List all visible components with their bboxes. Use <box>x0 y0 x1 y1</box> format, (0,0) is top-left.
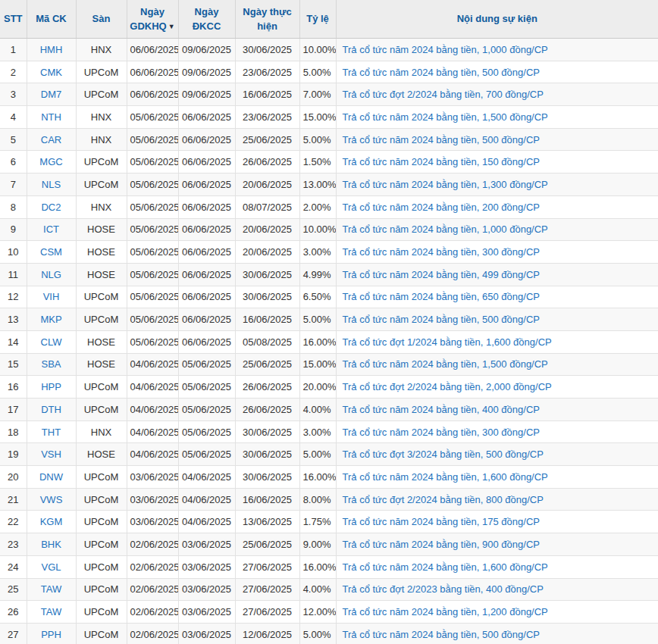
ratio-cell: 2.00% <box>299 195 336 218</box>
event-link[interactable]: Trả cổ tức đợt 2/2024 bằng tiền, 800 đồn… <box>343 494 544 505</box>
event-link[interactable]: Trả cổ tức năm 2024 bằng tiền, 1,600 đồn… <box>343 471 548 483</box>
execution-date-cell: 05/08/2025 <box>235 330 299 353</box>
stt-cell: 4 <box>0 106 27 129</box>
event-link[interactable]: Trả cổ tức năm 2024 bằng tiền, 1,000 đồn… <box>343 224 548 235</box>
event-link-cell: Trả cổ tức năm 2024 bằng tiền, 500 đồng/… <box>336 623 658 644</box>
ticker-link[interactable]: TAW <box>41 583 61 595</box>
event-link[interactable]: Trả cổ tức đợt 2/2023 bằng tiền, 400 đồn… <box>343 583 544 595</box>
column-header-noi_dung[interactable]: Nội dung sự kiện <box>336 0 658 39</box>
event-link[interactable]: Trả cổ tức năm 2024 bằng tiền, 1,000 đồn… <box>343 44 548 55</box>
exchange-cell: UPCoM <box>76 61 127 83</box>
ticker-link[interactable]: ICT <box>43 224 59 235</box>
event-link-cell: Trả cổ tức năm 2024 bằng tiền, 1,500 đồn… <box>336 353 658 376</box>
ex-date-cell: 05/06/2025 <box>127 308 178 331</box>
ratio-cell: 13.00% <box>299 174 336 196</box>
ticker-link[interactable]: CAR <box>41 134 61 145</box>
exchange-cell: UPCoM <box>76 174 127 196</box>
ratio-cell: 5.00% <box>299 443 336 466</box>
event-link[interactable]: Trả cổ tức năm 2024 bằng tiền, 175 đồng/… <box>343 516 540 527</box>
ex-date-cell: 03/06/2025 <box>127 511 178 533</box>
stt-cell: 27 <box>0 623 27 644</box>
event-link-cell: Trả cổ tức năm 2024 bằng tiền, 300 đồng/… <box>336 241 658 264</box>
event-link[interactable]: Trả cổ tức năm 2024 bằng tiền, 300 đồng/… <box>343 246 540 258</box>
record-date-cell: 04/06/2025 <box>178 511 235 533</box>
table-row: 4NTHHNX05/06/202506/06/202523/06/202515.… <box>0 106 658 129</box>
event-link[interactable]: Trả cổ tức năm 2024 bằng tiền, 300 đồng/… <box>343 427 540 438</box>
exchange-cell: UPCoM <box>76 83 127 106</box>
table-row: 7NLSUPCoM05/06/202506/06/202520/06/20251… <box>0 174 658 196</box>
stt-cell: 5 <box>0 128 27 151</box>
ticker-link[interactable]: MKP <box>40 314 61 325</box>
column-header-label: Sàn <box>92 13 111 24</box>
ticker-link[interactable]: DC2 <box>41 202 61 213</box>
ticker-link[interactable]: NTH <box>41 111 61 123</box>
column-header-ma_ck[interactable]: Mã CK <box>27 0 76 39</box>
ticker-link[interactable]: NLG <box>41 269 61 280</box>
record-date-cell: 06/06/2025 <box>178 151 235 174</box>
ticker-link[interactable]: DNW <box>39 471 63 483</box>
event-link-cell: Trả cổ tức năm 2024 bằng tiền, 200 đồng/… <box>336 195 658 218</box>
ticker-link[interactable]: HPP <box>41 381 61 392</box>
event-link[interactable]: Trả cổ tức năm 2024 bằng tiền, 500 đồng/… <box>343 134 540 145</box>
event-link[interactable]: Trả cổ tức năm 2024 bằng tiền, 200 đồng/… <box>343 202 540 213</box>
table-row: 9ICTHOSE05/06/202506/06/202520/06/202510… <box>0 218 658 241</box>
ticker-link[interactable]: MGC <box>39 156 62 167</box>
ticker-link[interactable]: VSH <box>41 449 61 460</box>
event-link[interactable]: Trả cổ tức năm 2024 bằng tiền, 150 đồng/… <box>343 156 540 167</box>
table-row: 19VSHHOSE04/06/202505/06/202530/06/20255… <box>0 443 658 466</box>
event-link[interactable]: Trả cổ tức năm 2024 bằng tiền, 1,600 đồn… <box>343 561 548 573</box>
event-link-cell: Trả cổ tức đợt 2/2024 bằng tiền, 700 đồn… <box>336 83 658 106</box>
ticker-link[interactable]: CSM <box>40 246 62 258</box>
ratio-cell: 3.00% <box>299 241 336 264</box>
exchange-cell: UPCoM <box>76 623 127 644</box>
ticker-link[interactable]: VWS <box>40 494 63 505</box>
event-link[interactable]: Trả cổ tức đợt 2/2024 bằng tiền, 700 đồn… <box>343 89 544 100</box>
execution-date-cell: 30/06/2025 <box>235 39 299 61</box>
column-header-ngay_thuc_hien[interactable]: Ngày thực hiện <box>235 0 299 39</box>
ticker-link[interactable]: PPH <box>41 629 61 640</box>
ticker-link[interactable]: CMK <box>40 67 62 78</box>
ticker-link-cell: VGL <box>27 555 76 578</box>
ticker-link[interactable]: DM7 <box>41 89 61 100</box>
event-link[interactable]: Trả cổ tức năm 2024 bằng tiền, 1,200 đồn… <box>343 606 548 617</box>
ticker-link[interactable]: SBA <box>41 358 61 370</box>
event-link[interactable]: Trả cổ tức đợt 1/2024 bằng tiền, 1,600 đ… <box>343 336 552 348</box>
table-row: 11NLGHOSE05/06/202506/06/202530/06/20254… <box>0 263 658 286</box>
ticker-link[interactable]: CLW <box>41 336 62 348</box>
event-link[interactable]: Trả cổ tức năm 2024 bằng tiền, 1,500 đồn… <box>343 111 548 123</box>
stt-cell: 2 <box>0 61 27 83</box>
table-row: 3DM7UPCoM06/06/202509/06/202516/06/20257… <box>0 83 658 106</box>
ticker-link[interactable]: DTH <box>41 404 61 415</box>
ticker-link[interactable]: TAW <box>41 606 61 617</box>
event-link[interactable]: Trả cổ tức năm 2024 bằng tiền, 500 đồng/… <box>343 67 540 78</box>
ticker-link-cell: NLG <box>27 263 76 286</box>
ticker-link[interactable]: NLS <box>42 179 61 190</box>
event-link-cell: Trả cổ tức đợt 1/2024 bằng tiền, 1,600 đ… <box>336 330 658 353</box>
event-link[interactable]: Trả cổ tức năm 2024 bằng tiền, 499 đồng/… <box>343 269 540 280</box>
event-link[interactable]: Trả cổ tức đợt 3/2024 bằng tiền, 500 đồn… <box>343 449 544 460</box>
record-date-cell: 06/06/2025 <box>178 218 235 241</box>
event-link[interactable]: Trả cổ tức đợt 2/2024 bằng tiền, 2,000 đ… <box>343 381 552 392</box>
column-header-san[interactable]: Sàn <box>76 0 127 39</box>
event-link[interactable]: Trả cổ tức năm 2024 bằng tiền, 900 đồng/… <box>343 539 540 550</box>
stt-cell: 7 <box>0 174 27 196</box>
column-header-ty_le[interactable]: Tỷ lệ <box>299 0 336 39</box>
event-link[interactable]: Trả cổ tức năm 2024 bằng tiền, 1,300 đồn… <box>343 179 548 190</box>
ticker-link[interactable]: VIH <box>43 291 60 302</box>
event-link-cell: Trả cổ tức năm 2024 bằng tiền, 1,600 đồn… <box>336 466 658 489</box>
ticker-link[interactable]: THT <box>42 427 61 438</box>
column-header-stt[interactable]: STT <box>0 0 27 39</box>
event-link[interactable]: Trả cổ tức năm 2024 bằng tiền, 500 đồng/… <box>343 629 540 640</box>
column-header-ngay_dkcc[interactable]: Ngày ĐKCC <box>178 0 235 39</box>
column-header-ngay_gdkhq[interactable]: Ngày GDKHQ▼ <box>127 0 178 39</box>
event-link[interactable]: Trả cổ tức năm 2024 bằng tiền, 1,500 đồn… <box>343 358 548 370</box>
event-link[interactable]: Trả cổ tức năm 2024 bằng tiền, 650 đồng/… <box>343 291 540 302</box>
event-link[interactable]: Trả cổ tức năm 2024 bằng tiền, 500 đồng/… <box>343 314 540 325</box>
ticker-link[interactable]: VGL <box>41 561 61 573</box>
table-row: 14CLWHOSE05/06/202506/06/202505/08/20251… <box>0 330 658 353</box>
ticker-link[interactable]: KGM <box>40 516 63 527</box>
ticker-link[interactable]: HMH <box>40 44 63 55</box>
ex-date-cell: 05/06/2025 <box>127 286 178 308</box>
ticker-link[interactable]: BHK <box>41 539 61 550</box>
event-link[interactable]: Trả cổ tức năm 2024 bằng tiền, 400 đồng/… <box>343 404 540 415</box>
